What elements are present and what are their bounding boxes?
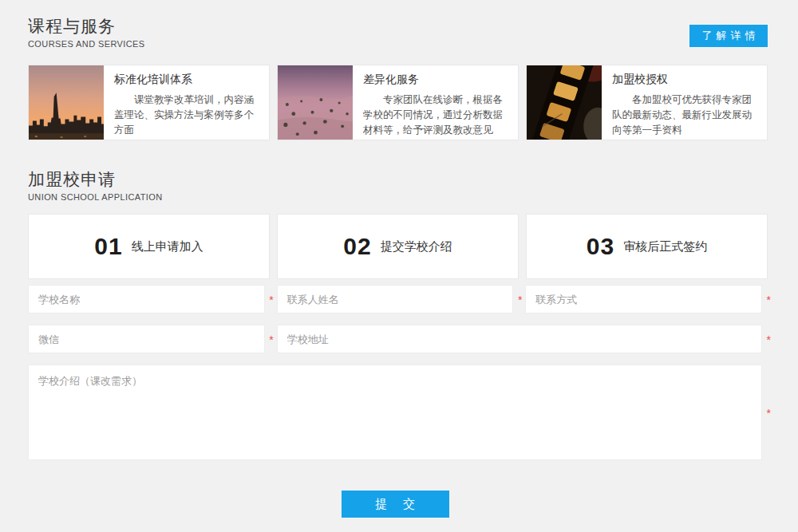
service-card-training: 标准化培训体系 课堂教学改革培训，内容涵盖理论、实操方法与案例等多个方面 — [28, 65, 270, 140]
courses-title-block: 课程与服务 COURSES AND SERVICES — [28, 16, 145, 49]
card-title: 加盟校授权 — [612, 73, 759, 87]
field-contact-name: * — [277, 285, 514, 313]
page: 课程与服务 COURSES AND SERVICES 了解详情 — [0, 0, 798, 518]
form-row-1: * * * — [28, 285, 762, 313]
learn-more-button[interactable]: 了解详情 — [689, 25, 768, 47]
service-card-differentiated: 差异化服务 专家团队在线诊断，根据各学校的不同情况，通过分析数据材料等，给予评测… — [277, 65, 519, 140]
application-section: 加盟校申请 UNION SCHOOL APPLICATION 01 线上申请加入… — [28, 169, 768, 518]
wechat-input[interactable] — [28, 325, 265, 353]
school-name-input[interactable] — [28, 285, 265, 313]
step-number: 02 — [343, 233, 371, 260]
field-wechat: * — [28, 325, 265, 353]
submit-button[interactable]: 提 交 — [342, 491, 449, 518]
step-label: 提交学校介绍 — [381, 239, 452, 254]
card-title: 差异化服务 — [363, 73, 510, 87]
required-asterisk: * — [767, 334, 771, 345]
step-number: 01 — [94, 233, 122, 260]
required-asterisk: * — [767, 408, 771, 419]
city-sunset-photo — [29, 65, 104, 140]
step-card-3: 03 审核后正式签约 — [526, 214, 768, 279]
card-body: 标准化培训体系 课堂教学改革培训，内容涵盖理论、实操方法与案例等多个方面 — [104, 65, 269, 140]
step-label: 审核后正式签约 — [623, 239, 707, 254]
desert-dusk-photo — [278, 65, 353, 140]
application-section-subtitle: UNION SCHOOL APPLICATION — [28, 191, 768, 203]
card-title: 标准化培训体系 — [114, 73, 261, 87]
field-school-name: * — [28, 285, 265, 313]
courses-section-title: 课程与服务 — [28, 16, 145, 36]
service-card-authorization: 加盟校授权 各加盟校可优先获得专家团队的最新动态、最新行业发展动向等第一手资料 — [526, 65, 768, 140]
application-form: * * * * * — [28, 285, 762, 518]
application-section-title: 加盟校申请 — [28, 169, 768, 189]
courses-section-subtitle: COURSES AND SERVICES — [28, 38, 145, 49]
card-body: 差异化服务 专家团队在线诊断，根据各学校的不同情况，通过分析数据材料等，给予评测… — [353, 65, 518, 140]
required-asterisk: * — [518, 294, 522, 305]
school-address-input[interactable] — [277, 325, 762, 353]
required-asterisk: * — [269, 294, 273, 305]
required-asterisk: * — [767, 294, 771, 305]
form-row-2: * * — [28, 325, 762, 353]
film-strip-photo — [527, 65, 602, 140]
submit-area: 提 交 — [28, 491, 762, 518]
required-asterisk: * — [269, 334, 273, 345]
card-description: 专家团队在线诊断，根据各学校的不同情况，通过分析数据材料等，给予评测及教改意见 — [363, 93, 510, 137]
school-intro-textarea[interactable] — [28, 365, 762, 460]
field-school-intro: * — [28, 365, 762, 460]
service-cards-row: 标准化培训体系 课堂教学改革培训，内容涵盖理论、实操方法与案例等多个方面 — [28, 65, 768, 140]
field-contact-phone: * — [525, 285, 762, 313]
step-number: 03 — [587, 233, 614, 260]
field-school-address: * — [277, 325, 762, 353]
step-card-2: 02 提交学校介绍 — [277, 214, 519, 279]
card-body: 加盟校授权 各加盟校可优先获得专家团队的最新动态、最新行业发展动向等第一手资料 — [602, 65, 767, 140]
contact-phone-input[interactable] — [525, 285, 762, 313]
contact-name-input[interactable] — [277, 285, 514, 313]
step-card-1: 01 线上申请加入 — [28, 214, 270, 279]
application-steps-row: 01 线上申请加入 02 提交学校介绍 03 审核后正式签约 — [28, 214, 768, 279]
step-label: 线上申请加入 — [132, 239, 203, 254]
card-description: 各加盟校可优先获得专家团队的最新动态、最新行业发展动向等第一手资料 — [612, 93, 759, 137]
card-description: 课堂教学改革培训，内容涵盖理论、实操方法与案例等多个方面 — [114, 93, 261, 137]
courses-section-header: 课程与服务 COURSES AND SERVICES 了解详情 — [28, 16, 768, 49]
